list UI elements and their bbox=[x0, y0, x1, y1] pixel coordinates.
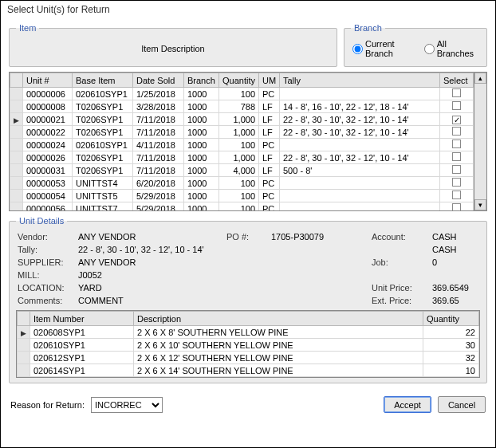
select-checkbox[interactable] bbox=[452, 165, 461, 174]
cell-um: PC bbox=[259, 190, 280, 202]
col-branch[interactable]: Branch bbox=[184, 73, 219, 88]
cell-select[interactable] bbox=[440, 164, 474, 177]
branch-current-label: Current Branch bbox=[365, 39, 416, 58]
sub-col-description[interactable]: Description bbox=[134, 312, 423, 326]
table-row[interactable]: 00000008T0206SYP13/28/20181000788LF14 - … bbox=[10, 100, 474, 113]
reason-select[interactable]: INCORREC bbox=[91, 397, 163, 413]
table-row[interactable]: 020614SYP12 X 6 X 14' SOUTHERN YELLOW PI… bbox=[18, 364, 479, 377]
cell-um: LF bbox=[259, 151, 280, 164]
cell-tally: 500 - 8' bbox=[280, 164, 440, 177]
table-row[interactable]: 00000031T0206SYP17/11/201810004,000LF500… bbox=[10, 164, 474, 177]
cell-quantity: 32 bbox=[423, 352, 479, 364]
cell-date-sold: 4/11/2018 bbox=[133, 139, 184, 151]
cell-tally bbox=[280, 139, 440, 151]
cancel-button[interactable]: Cancel bbox=[438, 396, 486, 413]
select-checkbox[interactable] bbox=[452, 127, 461, 136]
branch-group: Branch Current Branch All Branches bbox=[344, 23, 487, 67]
cell-item-number: 020608SYP1 bbox=[30, 326, 134, 339]
lbl-comments: Comments: bbox=[18, 296, 73, 305]
accept-button[interactable]: Accept bbox=[384, 396, 431, 413]
cell-item-number: 020610SYP1 bbox=[30, 339, 134, 352]
item-description-label: Item Description bbox=[16, 36, 330, 58]
select-checkbox[interactable] bbox=[452, 140, 461, 148]
cell-select[interactable] bbox=[440, 190, 474, 202]
branch-all-option[interactable]: All Branches bbox=[424, 39, 478, 58]
cell-quantity: 1,000 bbox=[219, 151, 259, 164]
table-row[interactable]: 00000006020610SYP11/25/20181000100PC bbox=[10, 88, 474, 100]
cell-select[interactable] bbox=[440, 177, 474, 190]
cell-tally: 22 - 8', 30 - 10', 32 - 12', 10 - 14' bbox=[280, 113, 440, 126]
cell-select[interactable] bbox=[440, 113, 474, 126]
cell-description: 2 X 6 X 14' SOUTHERN YELLOW PINE bbox=[134, 364, 423, 377]
lbl-mill: MILL: bbox=[18, 270, 73, 280]
col-tally[interactable]: Tally bbox=[280, 73, 440, 88]
cell-select[interactable] bbox=[440, 202, 474, 212]
cell-select[interactable] bbox=[440, 100, 474, 113]
cell-select[interactable] bbox=[440, 139, 474, 151]
cell-unit: 00000024 bbox=[23, 139, 73, 151]
row-header bbox=[18, 364, 30, 377]
cell-tally: 22 - 8', 30 - 10', 32 - 12', 10 - 14' bbox=[280, 151, 440, 164]
select-checkbox[interactable] bbox=[452, 191, 461, 199]
cell-item-number: 020614SYP1 bbox=[30, 364, 134, 377]
units-grid-scrollbar[interactable]: ▴ ▾ bbox=[474, 72, 487, 211]
sub-col-item-number[interactable]: Item Number bbox=[30, 312, 134, 326]
cell-unit: 00000031 bbox=[23, 164, 73, 177]
select-checkbox[interactable] bbox=[452, 88, 461, 97]
lbl-supplier: SUPPLIER: bbox=[18, 257, 73, 267]
row-header bbox=[10, 202, 23, 212]
cell-select[interactable] bbox=[440, 151, 474, 164]
col-quantity[interactable]: Quantity bbox=[219, 73, 259, 88]
scroll-down-icon[interactable]: ▾ bbox=[474, 199, 486, 210]
cell-tally: 14 - 8', 16 - 10', 22 - 12', 18 - 14' bbox=[280, 100, 440, 113]
cell-branch: 1000 bbox=[184, 164, 219, 177]
cell-tally: 22 - 8', 30 - 10', 32 - 12', 10 - 14' bbox=[280, 126, 440, 139]
val-po: 1705-P30079 bbox=[271, 232, 367, 242]
cell-date-sold: 7/11/2018 bbox=[133, 113, 184, 126]
col-base-item[interactable]: Base Item bbox=[73, 73, 133, 88]
branch-legend: Branch bbox=[351, 23, 385, 33]
val-mill: J0052 bbox=[78, 270, 222, 280]
col-select[interactable]: Select bbox=[440, 73, 474, 88]
table-row[interactable]: ▶00000021T0206SYP17/11/201810001,000LF22… bbox=[10, 113, 474, 126]
col-um[interactable]: UM bbox=[259, 73, 280, 88]
lbl-location: LOCATION: bbox=[18, 283, 73, 293]
sub-col-quantity[interactable]: Quantity bbox=[423, 312, 479, 326]
table-row[interactable]: ▶020608SYP12 X 6 X 8' SOUTHERN YELLOW PI… bbox=[18, 326, 479, 339]
branch-current-option[interactable]: Current Branch bbox=[352, 39, 416, 58]
table-row[interactable]: 00000024020610SYP14/11/20181000100PC bbox=[10, 139, 474, 151]
table-row[interactable]: 020612SYP12 X 6 X 12' SOUTHERN YELLOW PI… bbox=[18, 352, 479, 364]
cell-date-sold: 3/28/2018 bbox=[133, 100, 184, 113]
cell-base-item: 020610SYP1 bbox=[73, 139, 133, 151]
val-location: YARD bbox=[78, 283, 222, 293]
units-grid[interactable]: Unit # Base Item Date Sold Branch Quanti… bbox=[9, 72, 474, 211]
val-comments: COMMENT bbox=[78, 296, 222, 305]
select-checkbox[interactable] bbox=[452, 178, 461, 187]
tally-items-grid[interactable]: Item Number Description Quantity ▶020608… bbox=[16, 310, 480, 378]
cell-base-item: UNITTST5 bbox=[73, 190, 133, 202]
table-row[interactable]: 00000026T0206SYP17/11/201810001,000LF22 … bbox=[10, 151, 474, 164]
table-row[interactable]: 020610SYP12 X 6 X 10' SOUTHERN YELLOW PI… bbox=[18, 339, 479, 352]
table-row[interactable]: 00000054UNITTST55/29/20181000100PC bbox=[10, 190, 474, 202]
table-row[interactable]: 00000056UNITTST75/29/20181000100PC bbox=[10, 202, 474, 212]
item-legend: Item bbox=[16, 23, 39, 33]
branch-all-radio[interactable] bbox=[424, 44, 435, 54]
scroll-up-icon[interactable]: ▴ bbox=[474, 73, 486, 84]
cell-branch: 1000 bbox=[184, 190, 219, 202]
col-date-sold[interactable]: Date Sold bbox=[133, 73, 184, 88]
cell-quantity: 100 bbox=[219, 139, 259, 151]
table-row[interactable]: 00000022T0206SYP17/11/201810001,000LF22 … bbox=[10, 126, 474, 139]
lbl-account2 bbox=[372, 245, 427, 254]
select-checkbox[interactable] bbox=[452, 203, 461, 211]
select-checkbox[interactable] bbox=[452, 101, 461, 110]
select-checkbox[interactable] bbox=[452, 116, 461, 124]
cell-quantity: 22 bbox=[423, 326, 479, 339]
select-checkbox[interactable] bbox=[452, 152, 461, 161]
table-row[interactable]: 00000053UNITTST46/20/20181000100PC bbox=[10, 177, 474, 190]
cell-date-sold: 7/11/2018 bbox=[133, 164, 184, 177]
col-unit[interactable]: Unit # bbox=[23, 73, 73, 88]
cell-select[interactable] bbox=[440, 88, 474, 100]
cell-select[interactable] bbox=[440, 126, 474, 139]
cell-date-sold: 7/11/2018 bbox=[133, 151, 184, 164]
branch-current-radio[interactable] bbox=[352, 44, 363, 54]
